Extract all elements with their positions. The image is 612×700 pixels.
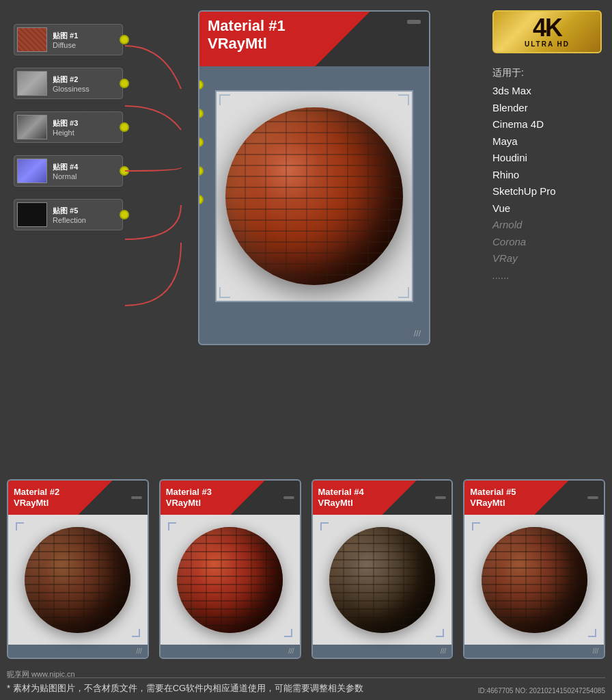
- material-card-3-preview: [161, 515, 300, 645]
- preview-frame-3: [166, 520, 294, 639]
- material-preview-frame-main: [215, 90, 413, 302]
- sphere-4: [329, 527, 435, 633]
- node-title-2: 贴图 #2: [53, 75, 89, 85]
- card-4-footer: ///: [313, 645, 452, 658]
- node-thumb-reflection: [17, 202, 47, 227]
- minimize-button-4[interactable]: [435, 496, 446, 499]
- node-type-3: Height: [53, 129, 78, 137]
- node-connector-4: [120, 166, 129, 176]
- material-card-4-header: Material #4 VRayMtl: [313, 481, 452, 515]
- card-connector-5: [198, 195, 204, 204]
- compat-label: 适用于:: [492, 67, 602, 79]
- card-connectors: [198, 80, 204, 204]
- minimize-button-3[interactable]: [283, 496, 294, 499]
- texture-node-normal[interactable]: 贴图 #4 Normal: [14, 155, 123, 187]
- card-5-footer: ///: [464, 645, 604, 658]
- preview-frame-2: [14, 520, 142, 639]
- small-corner-br-2: [132, 629, 140, 637]
- node-thumb-height: [17, 115, 47, 139]
- card-3-footer: ///: [161, 645, 300, 658]
- compat-item-vue: Vue: [492, 201, 602, 217]
- compat-item-corona: Corona: [492, 234, 602, 250]
- node-type-2: Glossiness: [53, 85, 89, 93]
- node-connector-1: [120, 35, 129, 44]
- card-connector-3: [198, 137, 204, 147]
- corner-bl: [219, 287, 230, 298]
- compatible-list: 适用于: 3ds Max Blender Cinema 4D Maya Houd…: [492, 67, 602, 283]
- material-card-5[interactable]: Material #5 VRayMtl ///: [463, 479, 605, 659]
- material-card-4-preview: [313, 515, 452, 645]
- small-corner-tl-4: [320, 522, 329, 530]
- compat-item-houdini: Houdini: [492, 150, 602, 166]
- texture-node-reflection[interactable]: 贴图 #5 Reflection: [14, 199, 123, 230]
- small-corner-tl-2: [16, 522, 24, 530]
- minimize-button-5[interactable]: [587, 496, 598, 499]
- material-card-3-title: Material #3 VRayMtl: [166, 487, 212, 508]
- small-corner-br-3: [284, 629, 292, 637]
- node-label-height: 贴图 #3 Height: [53, 118, 78, 137]
- texture-node-glossiness[interactable]: 贴图 #2 Glossiness: [14, 68, 123, 99]
- material-card-main[interactable]: Material #1 VRayMtl ///: [198, 10, 430, 345]
- compat-item-more: ......: [492, 268, 602, 284]
- material-card-main-footer: ///: [414, 329, 421, 338]
- small-corner-br-5: [588, 629, 596, 637]
- material-card-2-preview: [8, 515, 148, 645]
- compat-item-vray: VRay: [492, 251, 602, 267]
- node-connector-5: [120, 210, 129, 219]
- node-type-1: Diffuse: [53, 41, 78, 49]
- minimize-button[interactable]: [407, 20, 421, 24]
- node-thumb-diffuse: [17, 27, 47, 52]
- node-label-normal: 贴图 #4 Normal: [53, 162, 78, 180]
- compat-item-3dsmax: 3ds Max: [492, 83, 602, 99]
- corner-tl: [219, 94, 230, 105]
- badge-4k-sub: ULTRA HD: [501, 40, 594, 48]
- small-corner-br-4: [436, 629, 444, 637]
- node-type-4: Normal: [53, 172, 78, 180]
- material-card-2-header: Material #2 VRayMtl: [8, 481, 148, 515]
- node-title-3: 贴图 #3: [53, 118, 78, 129]
- card-connector-2: [198, 109, 204, 118]
- sphere-5: [482, 527, 587, 633]
- badge-4k-text: 4K: [501, 16, 594, 40]
- corner-tr: [398, 94, 409, 105]
- texture-nodes: 贴图 #1 Diffuse 贴图 #2 Glossiness 贴图 #3 Hei…: [14, 24, 123, 230]
- card-connector-4: [198, 166, 204, 176]
- compat-item-sketchup: SketchUp Pro: [492, 184, 602, 200]
- texture-node-height[interactable]: 贴图 #3 Height: [14, 111, 123, 143]
- card-2-footer: ///: [8, 645, 148, 658]
- node-label-diffuse: 贴图 #1 Diffuse: [53, 31, 78, 49]
- node-label-glossiness: 贴图 #2 Glossiness: [53, 75, 89, 93]
- sphere-2: [25, 527, 130, 633]
- node-type-5: Reflection: [53, 216, 86, 224]
- minimize-button-2[interactable]: [131, 496, 142, 499]
- node-connector-2: [120, 79, 129, 88]
- node-title-1: 贴图 #1: [53, 31, 78, 41]
- sphere-3: [177, 527, 283, 633]
- node-title-5: 贴图 #5: [53, 206, 86, 216]
- compat-item-maya: Maya: [492, 134, 602, 150]
- material-card-main-header: Material #1 VRayMtl: [199, 12, 429, 66]
- watermark-right: ID:4667705 NO: 20210214150247254085: [478, 687, 605, 695]
- texture-node-diffuse[interactable]: 贴图 #1 Diffuse: [14, 24, 123, 55]
- compat-item-cinema4d: Cinema 4D: [492, 117, 602, 133]
- node-graph-area: 贴图 #1 Diffuse 贴图 #2 Glossiness 贴图 #3 Hei…: [7, 10, 485, 393]
- material-card-5-title: Material #5 VRayMtl: [470, 487, 516, 508]
- sphere-main: [225, 107, 403, 285]
- material-card-5-preview: [464, 515, 604, 645]
- material-card-main-title: Material #1 VRayMtl: [208, 17, 286, 53]
- card-connector-1: [198, 80, 204, 90]
- material-card-4-title: Material #4 VRayMtl: [318, 487, 364, 508]
- material-card-3[interactable]: Material #3 VRayMtl ///: [159, 479, 301, 659]
- bottom-materials: Material #2 VRayMtl /// Material #3 VRay…: [7, 479, 605, 659]
- compat-item-rhino: Rhino: [492, 167, 602, 183]
- preview-frame-4: [318, 520, 447, 639]
- corner-br: [398, 287, 409, 298]
- material-card-2[interactable]: Material #2 VRayMtl ///: [7, 479, 149, 659]
- watermark-left: 昵享网 www.nipic.cn: [7, 669, 75, 679]
- badge-4k-area: 4K ULTRA HD 适用于: 3ds Max Blender Cinema …: [492, 10, 602, 283]
- compat-item-arnold: Arnold: [492, 217, 602, 233]
- material-card-4[interactable]: Material #4 VRayMtl ///: [311, 479, 454, 659]
- preview-frame-5: [470, 520, 598, 639]
- compat-item-blender: Blender: [492, 100, 602, 116]
- badge-4k: 4K ULTRA HD: [492, 10, 602, 53]
